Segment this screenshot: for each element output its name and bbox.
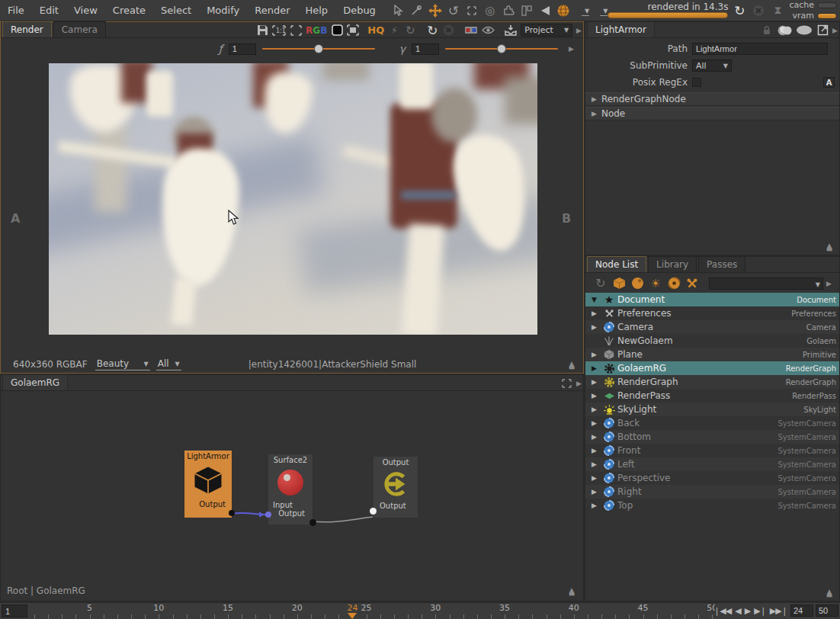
cancel-render-icon[interactable] (442, 24, 454, 37)
row-menu-arrow[interactable]: ▶ (569, 45, 574, 53)
expander-icon[interactable]: ▶ (592, 406, 602, 413)
import-render-icon[interactable] (505, 24, 517, 37)
expander-icon[interactable]: ▶ (592, 502, 602, 509)
expander-icon[interactable]: ▶ (592, 474, 602, 482)
refresh-icon[interactable]: ↻ (593, 276, 608, 291)
expander-icon[interactable]: ▶ (592, 364, 602, 372)
crop-region-icon[interactable] (347, 24, 359, 37)
pointer-tool-icon[interactable] (391, 3, 406, 18)
tree-row-front[interactable]: ▶FrontSystemCamera (585, 444, 839, 457)
menu-edit[interactable]: Edit (32, 5, 66, 16)
tree-row-left[interactable]: ▶LeftSystemCamera (585, 457, 839, 471)
external-link-icon[interactable] (816, 24, 829, 37)
refresh-icon[interactable]: ↻ (732, 3, 747, 18)
pane-menu-arrow[interactable]: ▶ (576, 380, 582, 387)
expander-icon[interactable]: ▶ (592, 419, 602, 427)
step-forward-button[interactable]: ▶❘ (753, 606, 767, 616)
stereo-glasses-icon[interactable] (464, 24, 478, 37)
slider-handle[interactable] (314, 44, 323, 53)
section-rendergraphnode[interactable]: ▶RenderGraphNode (585, 92, 839, 106)
step-back-button[interactable]: ◀ (734, 606, 741, 616)
tree-row-right[interactable]: ▶RightSystemCamera (585, 485, 839, 499)
tab-camera[interactable]: Camera (53, 21, 106, 37)
tab-golaemrg[interactable]: GolaemRG (2, 374, 68, 390)
tab-node-list[interactable]: Node List (587, 256, 646, 272)
node-output[interactable]: Output Output (374, 457, 418, 518)
exposure-slider[interactable] (262, 43, 375, 54)
node-lightarmor[interactable]: LightArmor Output (184, 451, 232, 518)
filter-light-icon[interactable]: ☀ (648, 276, 663, 291)
stop-icon[interactable] (751, 3, 766, 18)
tree-row-top[interactable]: ▶TopSystemCamera (585, 499, 839, 512)
world-icon[interactable] (556, 3, 571, 18)
node-filter-select[interactable]: ▼ (709, 277, 823, 290)
go-to-end-button[interactable]: ▶▶❘ (769, 606, 788, 616)
posix-regex-checkbox[interactable] (692, 78, 701, 87)
menu-modify[interactable]: Modify (199, 5, 247, 16)
zoom-fit-icon[interactable] (290, 24, 302, 37)
tab-passes[interactable]: Passes (698, 256, 745, 272)
tree-row-camera[interactable]: ▶CameraCamera (585, 320, 839, 334)
menu-view[interactable]: View (66, 5, 105, 16)
pane-menu-arrow[interactable]: ▶ (832, 27, 838, 34)
node-output-port[interactable]: Output (184, 500, 232, 508)
expander-icon[interactable]: ▶ (592, 351, 602, 358)
zoom-one-to-one-icon[interactable]: 1:1 (272, 24, 286, 37)
eye-icon[interactable] (482, 24, 495, 37)
expander-icon[interactable]: ▶ (592, 323, 602, 331)
toolbar-dropdown-1[interactable]: ▼ (582, 5, 589, 16)
gamma-slider[interactable] (445, 43, 558, 54)
expander-icon[interactable]: ▶ (592, 392, 602, 399)
node-surface2[interactable]: Surface2 Input Output (268, 454, 313, 524)
menu-select[interactable]: Select (153, 5, 199, 16)
menu-file[interactable]: File (0, 5, 32, 16)
node-output-port[interactable]: Output (268, 509, 313, 518)
tree-row-skylight[interactable]: ▶SkyLightSkyLight (585, 403, 839, 416)
end-frame-input[interactable] (816, 605, 838, 617)
node-input-port[interactable]: Input (268, 501, 313, 509)
filter-primitive-icon[interactable] (611, 276, 627, 291)
filter-tools-icon[interactable] (685, 276, 700, 291)
filter-camera-icon[interactable] (666, 276, 681, 291)
current-frame-input[interactable] (790, 605, 813, 617)
attribute-a-button[interactable]: A (823, 77, 835, 88)
hq-toggle[interactable]: HQ (367, 24, 384, 37)
focus-icon[interactable]: ◎ (483, 3, 498, 18)
output-dot[interactable] (229, 510, 235, 516)
menu-debug[interactable]: Debug (335, 5, 383, 16)
node-output-port[interactable]: Output (374, 502, 418, 510)
expander-icon[interactable]: ▶ (592, 310, 602, 317)
resize-grip[interactable]: ▲▬ (824, 590, 835, 598)
ellipse-icon[interactable] (796, 24, 813, 37)
expander-icon[interactable]: ▶ (592, 488, 602, 496)
pane-menu-arrow[interactable]: ▶ (576, 27, 582, 34)
slider-handle[interactable] (497, 44, 506, 53)
timeline-ruler[interactable]: 510152024253035404550 (30, 603, 715, 619)
alpha-channel-icon[interactable] (331, 24, 343, 37)
subprimitive-select[interactable]: All▼ (692, 59, 732, 72)
tree-row-plane[interactable]: ▶PlanePrimitive (585, 348, 839, 361)
loop-icon[interactable]: ↻ (404, 24, 416, 37)
layout-icon[interactable] (519, 3, 534, 18)
tree-row-rendergraph[interactable]: ▶RenderGraphRenderGraph (585, 375, 839, 389)
expander-icon[interactable]: ▶ (592, 433, 602, 441)
lock-icon[interactable] (761, 24, 773, 37)
expander-icon[interactable]: ▶ (592, 460, 602, 468)
tree-row-golaemrg[interactable]: ▶GolaemRGRenderGraph (585, 361, 839, 375)
scale-tool-icon[interactable] (464, 3, 479, 18)
tab-library[interactable]: Library (648, 256, 697, 272)
tree-row-renderpass[interactable]: ▶RenderPassRenderPass (585, 389, 839, 403)
save-image-icon[interactable] (256, 24, 268, 37)
move-tool-icon[interactable] (428, 3, 443, 18)
tree-row-bottom[interactable]: ▶BottomSystemCamera (585, 430, 839, 444)
expander-icon[interactable]: ▶ (592, 447, 602, 454)
channel-select[interactable]: Beauty▼ (95, 358, 150, 370)
render-image[interactable] (49, 63, 537, 335)
layer-select[interactable]: All▼ (156, 358, 181, 370)
resize-grip[interactable]: ▲▬ (566, 362, 577, 370)
plugin-icon[interactable] (501, 3, 516, 18)
go-to-start-button[interactable]: ❘◀◀ (713, 606, 732, 616)
lightning-icon[interactable]: ⚡ (388, 24, 400, 37)
menu-render[interactable]: Render (247, 5, 297, 16)
menu-create[interactable]: Create (105, 5, 153, 16)
